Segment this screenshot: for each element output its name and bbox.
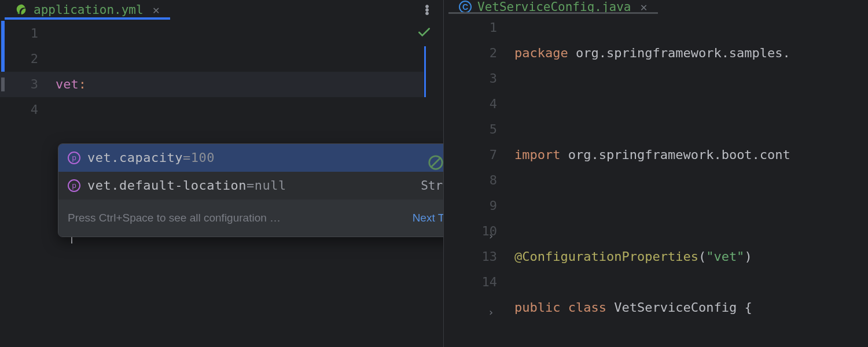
completion-hint: Press Ctrl+Space to see all configuratio… (68, 205, 404, 231)
tab-bar-left: application.yml ✕ ••• (0, 0, 443, 20)
editor-pane-left: application.yml ✕ ••• 1 2 3 4 vet: defa (0, 0, 443, 347)
completion-item[interactable]: p vet.capacity=100 int (58, 144, 443, 172)
code-area-right[interactable]: package org.springframework.samples. imp… (514, 14, 868, 347)
tab-application-yml[interactable]: application.yml ✕ (5, 0, 170, 20)
editor-body-right[interactable]: 1 2 3 4 5 7 8 9 10 13 14 › › package org… (444, 14, 868, 347)
java-class-icon: C (459, 1, 472, 13)
line-gutter: 1 2 3 4 5 7 8 9 10 13 14 › › (444, 14, 514, 347)
tab-vetserviceconfig[interactable]: C VetServiceConfig.java ✕ (448, 0, 658, 14)
fold-chevron-icon[interactable]: › (488, 223, 494, 249)
property-icon: p (68, 152, 80, 164)
fold-chevron-icon[interactable]: › (488, 300, 494, 325)
completion-popup: p vet.capacity=100 int p vet.default-loc… (58, 143, 443, 237)
property-icon: p (68, 179, 80, 192)
tab-label: application.yml (34, 3, 144, 17)
spring-leaf-icon (15, 3, 28, 16)
tab-bar-right: C VetServiceConfig.java ✕ (444, 0, 868, 14)
caret-right-stripe (424, 46, 426, 97)
inspection-ok-icon[interactable] (417, 23, 432, 49)
svg-point-0 (18, 13, 20, 14)
close-tab-icon[interactable]: ✕ (641, 0, 648, 14)
svg-line-2 (432, 158, 440, 167)
next-tip-link[interactable]: Next Tip (413, 205, 443, 231)
tab-label: VetServiceConfig.java (477, 0, 631, 14)
completion-footer: Press Ctrl+Space to see all configuratio… (58, 200, 443, 237)
close-tab-icon[interactable]: ✕ (153, 3, 160, 17)
line-gutter: 1 2 3 4 (0, 20, 56, 347)
completion-item[interactable]: p vet.default-location=null String (58, 172, 443, 200)
editor-body-left[interactable]: 1 2 3 4 vet: default-location: 'New-York… (0, 20, 443, 347)
readonly-forbidden-icon (427, 154, 443, 180)
editor-pane-right: C VetServiceConfig.java ✕ 1 2 3 4 5 7 8 … (443, 0, 868, 347)
tab-bar-kebab-icon[interactable]: ••• (415, 0, 439, 20)
